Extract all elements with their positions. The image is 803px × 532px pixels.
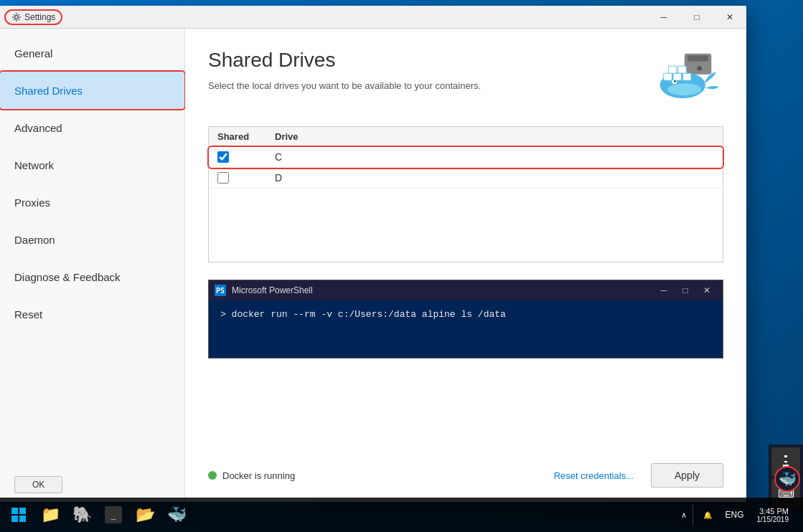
drive-d-checkbox[interactable] [217,172,229,184]
clock-area[interactable]: 3:45 PM 1/15/2019 [753,507,794,523]
reset-credentials-link[interactable]: Reset credentials... [554,470,634,481]
sidebar-label-advanced: Advanced [14,122,62,134]
ps-minimize-button[interactable]: ─ [654,283,674,298]
apply-button[interactable]: Apply [651,463,723,488]
powershell-command: > docker run --rm -v c:/Users:/data alpi… [220,309,506,320]
powershell-title: Microsoft PowerShell [232,285,648,295]
sidebar-label-daemon: Daemon [14,234,55,246]
content-header: Shared Drives Select the local drives yo… [208,49,723,106]
content-description: Select the local drives you want to be a… [208,79,481,93]
taskbar-docker[interactable]: 🐳 [161,499,192,531]
sidebar-label-diagnose: Diagnose & Feedback [14,271,121,283]
language-text: ENG [725,510,743,520]
show-desktop-strip[interactable] [796,500,800,529]
powershell-icon: PS [215,285,226,296]
sidebar-item-general[interactable]: General [0,34,184,72]
sidebar: General Shared Drives Advanced Network P… [0,29,185,502]
sidebar-label-network: Network [14,159,54,171]
svg-rect-14 [11,508,18,514]
taskbar-right: ∧ 🔔 ENG 3:45 PM 1/15/2019 [681,500,800,529]
footer-actions: Reset credentials... Apply [554,463,723,488]
drive-c-name: C [275,151,714,163]
svg-rect-16 [11,516,18,522]
table-row: C [209,147,723,168]
svg-rect-17 [19,516,26,522]
table-body: C D [209,147,723,262]
ok-area: OK [14,476,62,493]
taskbar-folder[interactable]: 📂 [129,499,161,531]
svg-rect-12 [678,66,687,73]
taskbar-terminal[interactable]: _ [98,499,129,531]
svg-rect-11 [668,66,677,73]
table-header: Shared Drive [209,127,723,147]
svg-point-7 [668,83,702,95]
content-title-area: Shared Drives Select the local drives yo… [208,49,481,93]
svg-rect-8 [664,73,672,80]
settings-window: Settings ─ □ ✕ General Shared Drives Adv… [0,6,746,502]
col-header-shared: Shared [217,131,275,142]
pgadmin-icon: 🐘 [72,505,92,524]
show-hidden-icons-button[interactable]: ∧ [681,510,687,520]
clock-display: 3:45 PM 1/15/2019 [757,507,789,523]
svg-point-0 [15,15,19,19]
taskbar: 📁 🐘 _ 📂 🐳 ∧ 🔔 ENG 3:45 PM 1/15/2019 [0,498,803,532]
windows-logo-icon [11,508,26,522]
settings-icon-area: Settings [6,11,61,24]
sidebar-item-shared-drives[interactable]: Shared Drives [0,72,184,109]
language-indicator[interactable]: ENG [719,510,749,520]
powershell-content: > docker run --rm -v c:/Users:/data alpi… [209,300,723,358]
svg-rect-10 [682,73,691,80]
svg-rect-13 [784,455,787,457]
bottom-bar: Docker is running Reset credentials... A… [208,455,723,488]
sidebar-label-reset: Reset [14,308,42,320]
drive-c-checkbox[interactable] [217,151,229,163]
taskbar-pgadmin[interactable]: 🐘 [66,499,98,531]
ok-button[interactable]: OK [14,476,62,493]
taskbar-file-explorer[interactable]: 📁 [34,499,66,531]
sidebar-item-proxies[interactable]: Proxies [0,184,184,221]
settings-body: General Shared Drives Advanced Network P… [0,29,746,502]
status-indicator [208,471,217,480]
date-display: 1/15/2019 [757,516,789,523]
ps-controls: ─ □ ✕ [654,283,717,298]
powershell-titlebar: PS Microsoft PowerShell ─ □ ✕ [209,280,723,300]
notification-icon: 🔔 [703,511,712,519]
start-button[interactable] [3,499,34,531]
close-button[interactable]: ✕ [713,6,746,29]
sidebar-item-advanced[interactable]: Advanced [0,109,184,146]
drives-table: Shared Drive C [208,126,723,262]
docker-status: Docker is running [208,470,295,481]
title-bar: Settings ─ □ ✕ [0,6,746,29]
sidebar-label-proxies: Proxies [14,196,50,209]
title-text: Settings [24,12,55,22]
sidebar-item-diagnose[interactable]: Diagnose & Feedback [0,258,184,295]
tray-divider [692,504,693,526]
powershell-window: PS Microsoft PowerShell ─ □ ✕ > docker r… [208,280,723,358]
main-content: Shared Drives Select the local drives yo… [185,29,746,502]
sidebar-item-network[interactable]: Network [0,146,184,184]
ps-maximize-button[interactable]: □ [675,283,695,298]
table-row: D [209,168,723,189]
drive-c-checkbox-col [217,151,275,163]
sidebar-label-general: General [14,47,52,60]
file-explorer-icon: 📁 [41,505,60,524]
sidebar-item-reset[interactable]: Reset [0,295,184,333]
docker-taskbar-icon: 🐳 [167,505,187,524]
maximize-button[interactable]: □ [680,6,713,29]
col-header-drive: Drive [275,131,714,142]
show-desktop-button[interactable]: 🔔 [699,511,716,519]
page-title: Shared Drives [208,49,481,72]
minimize-button[interactable]: ─ [647,6,680,29]
docker-tray-icon[interactable]: 🐳 [774,466,800,492]
drive-d-name: D [275,172,714,184]
svg-point-3 [697,66,702,71]
docker-whale-image [652,49,723,106]
terminal-icon: _ [105,506,122,523]
folder-icon: 📂 [136,505,155,524]
svg-rect-2 [687,55,708,61]
ps-close-button[interactable]: ✕ [697,283,717,298]
title-bar-title: Settings [6,11,61,24]
status-text: Docker is running [222,470,295,481]
sidebar-item-daemon[interactable]: Daemon [0,221,184,258]
docker-icon-circle[interactable]: 🐳 [774,466,800,492]
